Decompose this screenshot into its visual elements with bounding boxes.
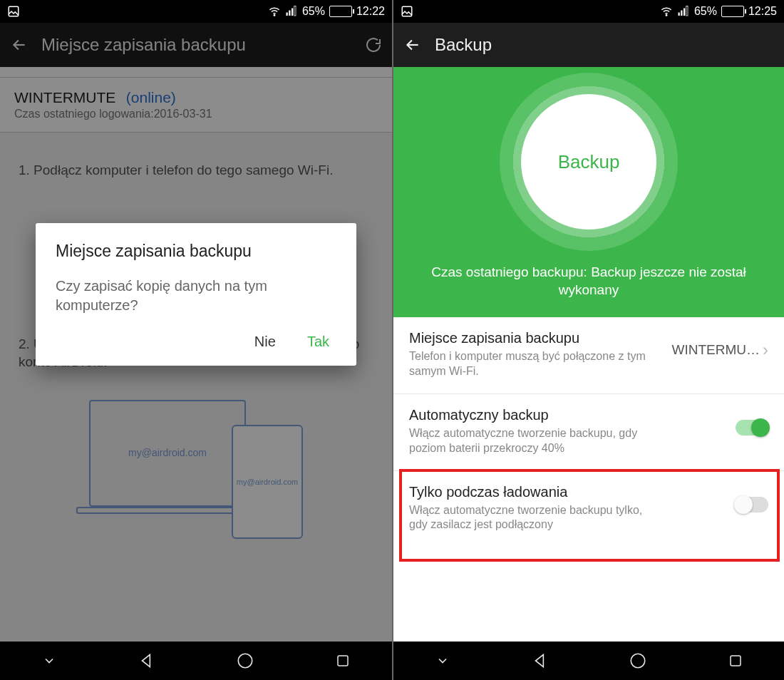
- dialog-body: Czy zapisać kopię danych na tym komputer…: [56, 277, 336, 315]
- nav-back-icon[interactable]: [137, 651, 157, 671]
- nav-menu-icon[interactable]: [433, 651, 453, 671]
- nav-home-icon[interactable]: [235, 651, 255, 671]
- svg-rect-15: [731, 656, 741, 666]
- svg-rect-11: [681, 11, 682, 16]
- clock: 12:25: [748, 5, 777, 18]
- svg-rect-2: [286, 13, 287, 16]
- svg-rect-8: [402, 6, 412, 16]
- backup-status-text: Czas ostatniego backupu: Backup jeszcze …: [393, 251, 784, 299]
- signal-icon: [677, 5, 690, 18]
- battery-icon: [329, 6, 352, 17]
- nav-home-icon[interactable]: [628, 651, 648, 671]
- setting-auto-backup[interactable]: Automatyczny backup Włącz automatyczne t…: [393, 394, 784, 471]
- svg-rect-5: [294, 6, 296, 16]
- battery-percent: 65%: [694, 5, 717, 18]
- svg-rect-0: [9, 6, 19, 16]
- toggle-only-charging[interactable]: [736, 497, 768, 512]
- dialog-title: Miejsce zapisania backupu: [56, 242, 336, 261]
- image-icon: [401, 5, 413, 18]
- phone-left: 65% 12:22 Miejsce zapisania backupu WINT…: [0, 0, 392, 680]
- nav-recent-icon[interactable]: [333, 651, 353, 671]
- setting-title: Tylko podczas ładowania: [409, 484, 727, 500]
- wifi-icon: [268, 5, 281, 18]
- svg-rect-4: [292, 9, 293, 16]
- setting-backup-location[interactable]: Miejsce zapisania backupu Telefon i komp…: [393, 317, 784, 394]
- chevron-right-icon: ›: [763, 340, 768, 360]
- svg-rect-3: [289, 11, 290, 16]
- svg-rect-13: [686, 6, 688, 16]
- dialog-yes-button[interactable]: Tak: [307, 334, 329, 350]
- backup-button-label: Backup: [558, 151, 620, 173]
- nav-back-icon[interactable]: [530, 651, 550, 671]
- setting-subtitle: Włącz automatyczne tworzenie backupu tyl…: [409, 503, 651, 533]
- svg-rect-12: [684, 9, 685, 16]
- backup-hero: Backup Czas ostatniego backupu: Backup j…: [393, 67, 784, 317]
- status-bar: 65% 12:22: [0, 0, 392, 23]
- confirm-dialog: Miejsce zapisania backupu Czy zapisać ko…: [36, 223, 356, 366]
- backup-button[interactable]: Backup: [521, 94, 656, 230]
- signal-icon: [285, 5, 298, 18]
- dialog-no-button[interactable]: Nie: [254, 334, 276, 350]
- setting-subtitle: Telefon i komputer muszą być połączone z…: [409, 349, 651, 379]
- svg-point-1: [274, 15, 275, 16]
- svg-rect-10: [678, 13, 679, 16]
- battery-percent: 65%: [302, 5, 325, 18]
- phone-right: 65% 12:25 Backup Backup Czas ostatniego …: [392, 0, 784, 680]
- setting-subtitle: Włącz automatyczne tworzenie backupu, gd…: [409, 426, 651, 456]
- toggle-auto-backup[interactable]: [736, 420, 768, 436]
- svg-rect-7: [338, 656, 348, 666]
- setting-title: Automatyczny backup: [409, 407, 727, 423]
- wifi-icon: [660, 5, 673, 18]
- image-icon: [7, 5, 20, 18]
- svg-point-9: [666, 15, 667, 16]
- svg-point-14: [631, 654, 645, 668]
- setting-value: WINTERMU…: [672, 342, 760, 358]
- nav-bar: [0, 642, 392, 680]
- status-bar: 65% 12:25: [393, 0, 784, 23]
- svg-point-6: [238, 654, 252, 668]
- nav-bar: [393, 642, 784, 680]
- battery-icon: [721, 6, 744, 17]
- nav-recent-icon[interactable]: [726, 651, 746, 671]
- page-title: Backup: [435, 35, 492, 55]
- settings-list: Miejsce zapisania backupu Telefon i komp…: [393, 317, 784, 547]
- app-bar: Backup: [393, 23, 784, 67]
- nav-menu-icon[interactable]: [39, 651, 59, 671]
- setting-only-charging[interactable]: Tylko podczas ładowania Włącz automatycz…: [393, 471, 784, 547]
- back-icon[interactable]: [403, 36, 422, 54]
- setting-title: Miejsce zapisania backupu: [409, 330, 664, 346]
- clock: 12:22: [356, 5, 385, 18]
